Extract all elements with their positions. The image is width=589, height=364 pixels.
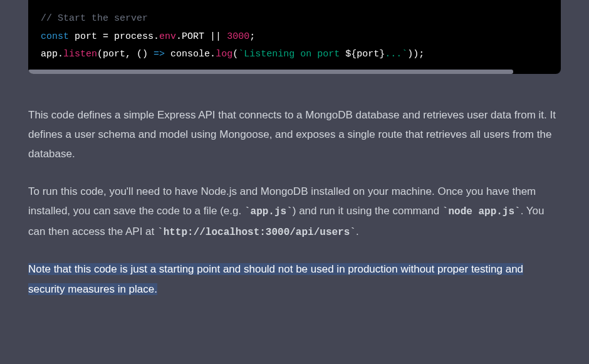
inline-code: `http://localhost:3000/api/users` — [157, 227, 356, 238]
code-number: 3000 — [227, 31, 249, 42]
code-block: // Start the server const port = process… — [28, 0, 561, 74]
paragraph-note: Note that this code is just a starting p… — [28, 259, 561, 299]
code-text: . — [176, 31, 182, 42]
code-string: ` — [238, 49, 244, 60]
code-method: listen — [63, 49, 97, 60]
code-content: // Start the server const port = process… — [41, 10, 548, 64]
code-text: () — [137, 49, 148, 60]
inline-code: `app.js` — [244, 206, 293, 217]
paragraph-description: This code defines a simple Express API t… — [28, 105, 561, 164]
code-text: app — [41, 49, 58, 60]
prose-content: This code defines a simple Express API t… — [28, 105, 561, 299]
code-string: ... — [385, 49, 402, 60]
code-text: process — [114, 31, 154, 42]
code-text: ; — [249, 31, 255, 42]
code-string: Listening on port — [244, 49, 345, 60]
code-property: env — [159, 31, 176, 42]
code-text: PORT || — [182, 31, 227, 42]
code-arrow: => — [148, 49, 170, 60]
code-text: . — [210, 49, 216, 60]
code-text: (port, — [97, 49, 137, 60]
text: ) and run it using the command — [293, 205, 442, 217]
code-text: . — [154, 31, 159, 42]
code-interpolation: ${port} — [345, 49, 385, 60]
code-text: console — [170, 49, 210, 60]
horizontal-scrollbar[interactable] — [28, 70, 513, 74]
paragraph-instructions: To run this code, you'll need to have No… — [28, 182, 561, 242]
code-text: . — [58, 49, 63, 60]
code-text: = — [103, 31, 114, 42]
code-keyword: const — [41, 31, 69, 42]
text: . — [356, 226, 359, 237]
code-text: port — [69, 31, 103, 42]
code-method: log — [216, 49, 232, 60]
code-text: )); — [407, 49, 424, 60]
highlighted-text: Note that this code is just a starting p… — [28, 263, 523, 294]
code-comment: // Start the server — [41, 13, 148, 24]
inline-code: `node app.js` — [442, 206, 521, 217]
code-text: ( — [232, 49, 238, 60]
code-string: ` — [402, 49, 407, 60]
